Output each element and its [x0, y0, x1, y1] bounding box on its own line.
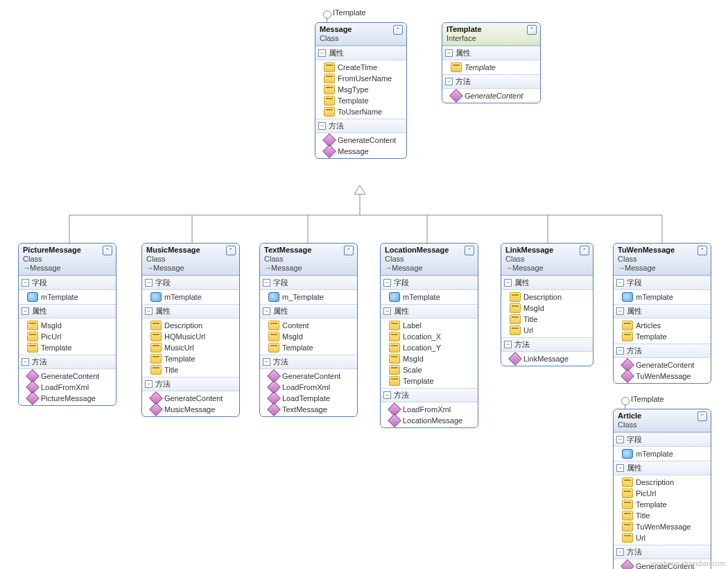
minus-icon[interactable]: − [504, 279, 512, 287]
property-item[interactable]: Location_X [381, 331, 478, 342]
class-message[interactable]: Message Class ⌃ −属性 CreateTime FromUserN… [315, 22, 407, 159]
method-item[interactable]: LoadFromXml [19, 382, 116, 393]
section-methods[interactable]: −方法 [381, 388, 478, 402]
section-fields[interactable]: −字段 [260, 275, 357, 290]
collapse-icon[interactable]: ⌃ [697, 246, 707, 255]
minus-icon[interactable]: − [145, 307, 153, 315]
method-item[interactable]: Message [315, 146, 406, 157]
minus-icon[interactable]: − [263, 279, 270, 287]
property-item[interactable]: MsgId [501, 303, 593, 314]
collapse-icon[interactable]: ⌃ [393, 25, 403, 35]
method-item[interactable]: MusicMessage [142, 404, 239, 415]
interface-itemplate[interactable]: ITemplate Interface ⌃ −属性 Template −方法 G… [442, 22, 541, 103]
property-item[interactable]: Articles [614, 320, 711, 331]
section-methods[interactable]: −方法 [501, 337, 593, 352]
property-item[interactable]: PicUrl [614, 488, 711, 499]
property-item[interactable]: Content [260, 320, 357, 331]
method-item[interactable]: GenerateContent [142, 393, 239, 404]
property-item[interactable]: Description [614, 477, 711, 488]
minus-icon[interactable]: − [616, 548, 624, 556]
class-header[interactable]: MusicMessage Class →Message ⌃ [142, 244, 239, 275]
field-item[interactable]: m_Template [260, 291, 357, 303]
property-item[interactable]: Url [614, 532, 711, 543]
section-methods[interactable]: −方法 [19, 355, 116, 369]
class-article[interactable]: Article Class ⌃ −字段 mTemplate −属性 Descri… [613, 409, 711, 569]
minus-icon[interactable]: − [383, 391, 391, 399]
method-item[interactable]: PictureMessage [19, 393, 116, 404]
minus-icon[interactable]: − [445, 49, 453, 57]
method-item[interactable]: LoadFromXml [381, 404, 478, 415]
class-header[interactable]: LocationMessage Class →Message ⌃ [381, 244, 478, 275]
section-properties[interactable]: −属性 [442, 46, 540, 60]
property-item[interactable]: Title [614, 510, 711, 521]
minus-icon[interactable]: − [21, 358, 29, 366]
minus-icon[interactable]: − [318, 49, 326, 57]
class-header[interactable]: TextMessage Class →Message ⌃ [260, 244, 357, 275]
property-item[interactable]: Location_Y [381, 342, 478, 353]
section-fields[interactable]: −字段 [142, 275, 239, 290]
section-fields[interactable]: −字段 [381, 275, 478, 290]
property-item[interactable]: MusicUrl [142, 342, 239, 353]
class-header[interactable]: Message Class ⌃ [315, 23, 406, 46]
method-item[interactable]: GenerateContent [260, 371, 357, 382]
minus-icon[interactable]: − [318, 122, 326, 130]
inherits-link[interactable]: →Message [264, 264, 353, 272]
class-linkmessage[interactable]: LinkMessage Class →Message ⌃ −属性 Descrip… [501, 243, 593, 366]
property-item[interactable]: Template [142, 353, 239, 364]
minus-icon[interactable]: − [383, 279, 391, 287]
minus-icon[interactable]: − [616, 279, 624, 287]
minus-icon[interactable]: − [616, 436, 624, 443]
property-item[interactable]: MsgId [19, 320, 116, 331]
minus-icon[interactable]: − [145, 380, 153, 388]
property-item[interactable]: MsgId [381, 353, 478, 364]
collapse-icon[interactable]: ⌃ [226, 246, 236, 255]
method-item[interactable]: TuWenMessage [614, 371, 711, 382]
method-item[interactable]: LinkMessage [501, 353, 593, 364]
minus-icon[interactable]: − [616, 464, 624, 472]
minus-icon[interactable]: − [445, 78, 453, 85]
collapse-icon[interactable]: ⌃ [103, 246, 112, 255]
minus-icon[interactable]: − [263, 307, 270, 315]
method-item[interactable]: LoadTemplate [260, 393, 357, 404]
section-methods[interactable]: −方法 [442, 74, 540, 89]
section-fields[interactable]: −字段 [19, 275, 116, 290]
method-item[interactable]: LocationMessage [381, 415, 478, 426]
field-item[interactable]: mTemplate [19, 291, 116, 303]
minus-icon[interactable]: − [21, 279, 29, 287]
property-item[interactable]: Scale [381, 364, 478, 375]
section-properties[interactable]: −属性 [614, 461, 711, 475]
class-header[interactable]: PictureMessage Class →Message ⌃ [19, 244, 116, 275]
inherits-link[interactable]: →Message [505, 264, 589, 272]
method-item[interactable]: LoadFromXml [260, 382, 357, 393]
section-methods[interactable]: −方法 [614, 545, 711, 559]
method-item[interactable]: GenerateContent [19, 371, 116, 382]
property-item[interactable]: HQMusicUrl [142, 331, 239, 342]
property-item[interactable]: MsgId [260, 331, 357, 342]
method-item[interactable]: GenerateContent [614, 359, 711, 371]
section-properties[interactable]: −属性 [142, 304, 239, 319]
section-methods[interactable]: −方法 [315, 119, 406, 133]
section-methods[interactable]: −方法 [614, 343, 711, 358]
minus-icon[interactable]: − [263, 358, 270, 366]
section-properties[interactable]: −属性 [260, 304, 357, 319]
method-item[interactable]: GenerateContent [442, 90, 540, 101]
collapse-icon[interactable]: ⌃ [580, 246, 589, 255]
minus-icon[interactable]: − [616, 307, 624, 315]
field-item[interactable]: mTemplate [142, 291, 239, 303]
field-item[interactable]: mTemplate [614, 448, 711, 459]
class-picturemessage[interactable]: PictureMessage Class →Message ⌃ −字段 mTem… [18, 243, 116, 406]
property-item[interactable]: MsgType [315, 84, 406, 95]
property-item[interactable]: Description [501, 291, 593, 303]
method-item[interactable]: TextMessage [260, 404, 357, 415]
minus-icon[interactable]: − [504, 341, 512, 348]
field-item[interactable]: mTemplate [614, 291, 711, 303]
section-properties[interactable]: −属性 [501, 275, 593, 290]
collapse-icon[interactable]: ⌃ [527, 25, 537, 35]
class-locationmessage[interactable]: LocationMessage Class →Message ⌃ −字段 mTe… [380, 243, 478, 428]
class-tuwenmessage[interactable]: TuWenMessage Class →Message ⌃ −字段 mTempl… [613, 243, 711, 384]
minus-icon[interactable]: − [21, 307, 29, 315]
property-item[interactable]: Template [260, 342, 357, 353]
class-musicmessage[interactable]: MusicMessage Class →Message ⌃ −字段 mTempl… [141, 243, 240, 417]
inherits-link[interactable]: →Message [23, 264, 112, 272]
property-item[interactable]: Description [142, 320, 239, 331]
